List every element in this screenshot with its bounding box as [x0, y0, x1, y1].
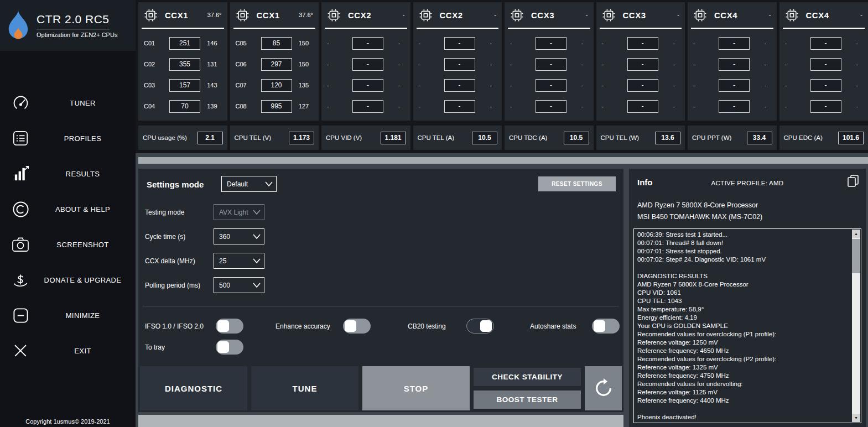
stat-label: CPU EDC (A)	[784, 134, 823, 141]
toggle-switch[interactable]	[592, 319, 620, 334]
core-value-box[interactable]: -	[810, 58, 841, 71]
core-value-box[interactable]: 120	[261, 79, 292, 92]
cycle-time-dropdown[interactable]: 360	[214, 228, 264, 244]
core-value-box[interactable]: -	[627, 100, 658, 113]
testing-mode-dropdown[interactable]: AVX Light	[214, 204, 264, 220]
stop-button[interactable]: STOP	[362, 366, 470, 410]
core-value-box[interactable]: -	[352, 58, 383, 71]
chevron-down-icon	[253, 234, 261, 239]
toggle-switch[interactable]	[466, 319, 494, 334]
core-right-value: 127	[299, 103, 313, 110]
core-value-box[interactable]: -	[536, 100, 566, 113]
core-value-box[interactable]: -	[536, 79, 566, 92]
ccx-delta-dropdown[interactable]: 25	[214, 253, 264, 269]
sidebar-item-tuner[interactable]: TUNER	[0, 85, 136, 121]
settings-panel: Settings mode Default RESET SETTINGS Tes…	[138, 169, 623, 412]
check-stability-button[interactable]: CHECK STABILITY	[474, 368, 581, 386]
copy-log-button[interactable]	[847, 174, 859, 190]
core-value-box[interactable]: -	[352, 100, 383, 113]
polling-period-dropdown[interactable]: 500	[214, 277, 264, 293]
ccx-title: CCX2	[440, 11, 463, 20]
core-value-box[interactable]: -	[719, 100, 750, 113]
log-scrollbar[interactable]: ▲ ▼	[852, 230, 860, 422]
cpu-chip-icon	[236, 8, 250, 22]
toggle-switch[interactable]	[343, 319, 371, 334]
core-value-box[interactable]: -	[444, 79, 475, 92]
sidebar-item-profiles[interactable]: PROFILES	[0, 121, 136, 156]
ccx-title: CCX4	[806, 11, 829, 20]
core-value-box[interactable]: 251	[169, 37, 200, 50]
refresh-button[interactable]	[585, 366, 622, 410]
core-row: C02 355 131	[138, 54, 227, 75]
core-value-box[interactable]: -	[444, 58, 475, 71]
core-value-box[interactable]: -	[627, 37, 658, 50]
core-row: C05 85 150	[230, 33, 319, 54]
toggle-knob	[217, 320, 229, 332]
log-line	[637, 405, 850, 413]
core-value-box[interactable]: -	[719, 79, 750, 92]
stat-label: CPU PPT (W)	[692, 134, 731, 141]
core-value-box[interactable]: -	[352, 37, 383, 50]
reset-settings-button[interactable]: RESET SETTINGS	[538, 176, 616, 191]
core-right-value: -	[490, 82, 496, 88]
core-label: -	[510, 103, 530, 110]
core-label: -	[602, 61, 622, 67]
core-label: -	[602, 40, 622, 46]
core-value-box[interactable]: -	[627, 58, 658, 71]
core-value-box[interactable]: -	[444, 37, 475, 50]
core-value-box[interactable]: 85	[261, 37, 292, 50]
core-value-box[interactable]: 995	[261, 100, 292, 113]
diagnostic-button[interactable]: DIAGNOSTIC	[140, 366, 247, 410]
core-value-box[interactable]: -	[444, 100, 475, 113]
copy-icon	[847, 174, 859, 188]
stat-value-box: 33.4	[747, 132, 772, 144]
ccx-panel: CCX1 37.6° C01 251 146 C02 355 131 C03 1…	[138, 2, 227, 121]
core-value-box[interactable]: -	[627, 79, 658, 92]
core-right-value: -	[765, 103, 771, 110]
ccx-panels-row: CCX1 37.6° C01 251 146 C02 355 131 C03 1…	[138, 2, 868, 121]
toggle-label: Autoshare stats	[530, 322, 576, 330]
scroll-up-button[interactable]: ▲	[852, 230, 860, 238]
core-label: C02	[144, 61, 164, 67]
core-value-box[interactable]: -	[719, 37, 750, 50]
stat-label: CPU TDC (A)	[509, 134, 547, 141]
ccx-title: CCX4	[714, 11, 737, 20]
minimize-icon	[0, 307, 41, 324]
core-value-box[interactable]: -	[719, 58, 750, 71]
toggle-switch[interactable]	[216, 340, 243, 355]
log-box: 00:06:39: Stress test 1 started...00:07:…	[633, 228, 861, 423]
core-row: - - -	[596, 75, 685, 96]
core-value-box[interactable]: -	[536, 58, 566, 71]
core-value-box[interactable]: -	[810, 79, 841, 92]
divider-strip-bottom	[138, 415, 623, 427]
sidebar-item-screenshot[interactable]: SCREENSHOT	[0, 227, 136, 262]
sidebar-item-about[interactable]: ABOUT & HELP	[0, 191, 136, 227]
sidebar-item-exit[interactable]: EXIT	[0, 333, 136, 368]
core-label: C05	[236, 40, 256, 46]
core-value-box[interactable]: -	[536, 37, 566, 50]
core-right-value: 143	[207, 82, 221, 88]
stat-cell: CPU PPT (W) 33.4	[688, 126, 777, 150]
sidebar-item-results[interactable]: RESULTS	[0, 156, 136, 191]
core-value-box[interactable]: 297	[261, 58, 292, 71]
tune-button[interactable]: TUNE	[251, 366, 358, 410]
ccx-header: CCX4 -	[688, 2, 777, 28]
settings-mode-dropdown[interactable]: Default	[221, 176, 277, 192]
donate-icon	[0, 271, 41, 289]
sidebar-item-minimize[interactable]: MINIMIZE	[0, 298, 136, 333]
core-value-box[interactable]: 355	[169, 58, 200, 71]
core-right-value: -	[398, 61, 405, 67]
stat-cell: CPU EDC (A) 101.6	[779, 126, 868, 150]
scrollbar-thumb[interactable]	[852, 239, 860, 273]
core-label: -	[419, 40, 439, 46]
boost-tester-button[interactable]: BOOST TESTER	[474, 390, 581, 409]
core-value-box[interactable]: 157	[169, 79, 200, 92]
core-value-box[interactable]: 70	[169, 100, 200, 113]
core-value-box[interactable]: -	[810, 37, 841, 50]
core-value-box[interactable]: -	[810, 100, 841, 113]
toggle-switch[interactable]	[216, 319, 243, 334]
sidebar-item-label: EXIT	[41, 347, 136, 355]
core-value-box[interactable]: -	[352, 79, 383, 92]
scroll-down-button[interactable]: ▼	[852, 414, 860, 422]
sidebar-item-donate[interactable]: DONATE & UPGRADE	[0, 262, 136, 298]
